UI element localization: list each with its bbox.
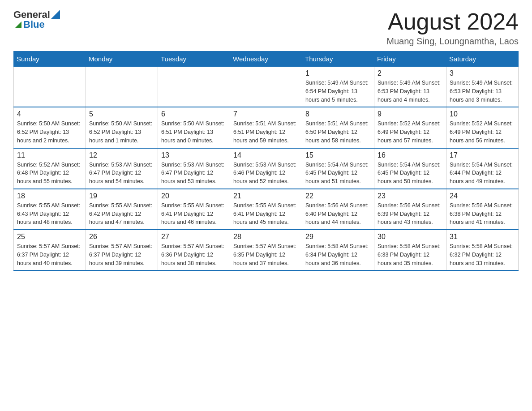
calendar-weekday-sunday: Sunday: [14, 51, 86, 67]
day-info: Sunrise: 5:54 AM Sunset: 6:45 PM Dayligh…: [305, 161, 371, 186]
calendar-week-5: 25Sunrise: 5:57 AM Sunset: 6:37 PM Dayli…: [14, 230, 519, 270]
day-info: Sunrise: 5:58 AM Sunset: 6:34 PM Dayligh…: [305, 242, 371, 267]
day-number: 9: [378, 110, 443, 118]
day-number: 18: [17, 192, 82, 200]
day-number: 20: [161, 192, 227, 200]
calendar-day-cell: 19Sunrise: 5:55 AM Sunset: 6:42 PM Dayli…: [86, 189, 158, 230]
day-number: 7: [233, 110, 299, 118]
day-info: Sunrise: 5:56 AM Sunset: 6:40 PM Dayligh…: [305, 201, 371, 227]
day-info: Sunrise: 5:55 AM Sunset: 6:41 PM Dayligh…: [233, 201, 299, 227]
calendar-day-cell: 29Sunrise: 5:58 AM Sunset: 6:34 PM Dayli…: [302, 230, 374, 270]
day-info: Sunrise: 5:57 AM Sunset: 6:37 PM Dayligh…: [17, 242, 82, 267]
calendar-day-cell: 27Sunrise: 5:57 AM Sunset: 6:36 PM Dayli…: [158, 230, 230, 270]
logo-green-arrow-icon: [15, 21, 21, 28]
calendar-day-cell: 12Sunrise: 5:53 AM Sunset: 6:47 PM Dayli…: [86, 148, 158, 189]
day-number: 21: [233, 192, 299, 200]
calendar-day-cell: [158, 67, 230, 107]
day-info: Sunrise: 5:53 AM Sunset: 6:47 PM Dayligh…: [89, 161, 154, 186]
day-info: Sunrise: 5:54 AM Sunset: 6:45 PM Dayligh…: [378, 161, 443, 186]
day-info: Sunrise: 5:56 AM Sunset: 6:39 PM Dayligh…: [378, 201, 443, 227]
calendar-weekday-saturday: Saturday: [446, 51, 519, 67]
day-info: Sunrise: 5:52 AM Sunset: 6:49 PM Dayligh…: [450, 120, 515, 145]
day-info: Sunrise: 5:57 AM Sunset: 6:36 PM Dayligh…: [161, 242, 227, 267]
calendar-weekday-friday: Friday: [374, 51, 446, 67]
calendar-week-3: 11Sunrise: 5:52 AM Sunset: 6:48 PM Dayli…: [14, 148, 519, 189]
day-info: Sunrise: 5:52 AM Sunset: 6:48 PM Dayligh…: [17, 161, 82, 186]
day-info: Sunrise: 5:50 AM Sunset: 6:51 PM Dayligh…: [161, 120, 227, 145]
calendar-table: SundayMondayTuesdayWednesdayThursdayFrid…: [13, 51, 519, 271]
day-number: 11: [17, 151, 82, 159]
day-number: 5: [89, 110, 154, 118]
day-number: 12: [89, 151, 154, 159]
calendar-week-1: 1Sunrise: 5:49 AM Sunset: 6:54 PM Daylig…: [14, 67, 519, 107]
calendar-weekday-wednesday: Wednesday: [230, 51, 302, 67]
day-number: 1: [305, 69, 371, 77]
day-info: Sunrise: 5:53 AM Sunset: 6:46 PM Dayligh…: [233, 161, 299, 186]
calendar-day-cell: 10Sunrise: 5:52 AM Sunset: 6:49 PM Dayli…: [446, 107, 519, 148]
day-number: 15: [305, 151, 371, 159]
calendar-day-cell: 8Sunrise: 5:51 AM Sunset: 6:50 PM Daylig…: [302, 107, 374, 148]
calendar-day-cell: 6Sunrise: 5:50 AM Sunset: 6:51 PM Daylig…: [158, 107, 230, 148]
page-subtitle: Muang Sing, Loungnamtha, Laos: [386, 36, 519, 47]
day-info: Sunrise: 5:51 AM Sunset: 6:51 PM Dayligh…: [233, 120, 299, 145]
calendar-day-cell: 23Sunrise: 5:56 AM Sunset: 6:39 PM Dayli…: [374, 189, 446, 230]
day-number: 6: [161, 110, 227, 118]
page-title: August 2024: [386, 9, 519, 34]
calendar-day-cell: 24Sunrise: 5:56 AM Sunset: 6:38 PM Dayli…: [446, 189, 519, 230]
calendar-day-cell: 3Sunrise: 5:49 AM Sunset: 6:53 PM Daylig…: [446, 67, 519, 107]
calendar-day-cell: 13Sunrise: 5:53 AM Sunset: 6:47 PM Dayli…: [158, 148, 230, 189]
page-header: General Blue August 2024 Muang Sing, Lou…: [13, 9, 519, 47]
calendar-day-cell: 9Sunrise: 5:52 AM Sunset: 6:49 PM Daylig…: [374, 107, 446, 148]
calendar-day-cell: 25Sunrise: 5:57 AM Sunset: 6:37 PM Dayli…: [14, 230, 86, 270]
day-number: 16: [378, 151, 443, 159]
day-info: Sunrise: 5:58 AM Sunset: 6:33 PM Dayligh…: [378, 242, 443, 267]
day-info: Sunrise: 5:54 AM Sunset: 6:44 PM Dayligh…: [450, 161, 515, 186]
calendar-day-cell: [230, 67, 302, 107]
day-number: 28: [233, 233, 299, 241]
calendar-week-2: 4Sunrise: 5:50 AM Sunset: 6:52 PM Daylig…: [14, 107, 519, 148]
calendar-weekday-tuesday: Tuesday: [158, 51, 230, 67]
day-info: Sunrise: 5:51 AM Sunset: 6:50 PM Dayligh…: [305, 120, 371, 145]
day-number: 31: [450, 233, 515, 241]
day-info: Sunrise: 5:50 AM Sunset: 6:52 PM Dayligh…: [89, 120, 154, 145]
day-number: 3: [450, 69, 515, 77]
day-number: 24: [450, 192, 515, 200]
day-number: 23: [378, 192, 443, 200]
day-info: Sunrise: 5:55 AM Sunset: 6:42 PM Dayligh…: [89, 201, 154, 227]
svg-marker-0: [51, 10, 60, 19]
calendar-day-cell: [14, 67, 86, 107]
day-info: Sunrise: 5:55 AM Sunset: 6:41 PM Dayligh…: [161, 201, 227, 227]
title-block: August 2024 Muang Sing, Loungnamtha, Lao…: [386, 9, 519, 47]
day-info: Sunrise: 5:49 AM Sunset: 6:53 PM Dayligh…: [450, 79, 515, 104]
logo-triangle-icon: [51, 10, 60, 19]
calendar-day-cell: 11Sunrise: 5:52 AM Sunset: 6:48 PM Dayli…: [14, 148, 86, 189]
calendar-header-row: SundayMondayTuesdayWednesdayThursdayFrid…: [14, 51, 519, 67]
day-number: 22: [305, 192, 371, 200]
day-info: Sunrise: 5:57 AM Sunset: 6:37 PM Dayligh…: [89, 242, 154, 267]
calendar-day-cell: 21Sunrise: 5:55 AM Sunset: 6:41 PM Dayli…: [230, 189, 302, 230]
calendar-week-4: 18Sunrise: 5:55 AM Sunset: 6:43 PM Dayli…: [14, 189, 519, 230]
day-number: 30: [378, 233, 443, 241]
day-info: Sunrise: 5:50 AM Sunset: 6:52 PM Dayligh…: [17, 120, 82, 145]
calendar-day-cell: 1Sunrise: 5:49 AM Sunset: 6:54 PM Daylig…: [302, 67, 374, 107]
day-number: 14: [233, 151, 299, 159]
calendar-day-cell: 20Sunrise: 5:55 AM Sunset: 6:41 PM Dayli…: [158, 189, 230, 230]
day-info: Sunrise: 5:53 AM Sunset: 6:47 PM Dayligh…: [161, 161, 227, 186]
day-number: 29: [305, 233, 371, 241]
day-number: 10: [450, 110, 515, 118]
day-info: Sunrise: 5:57 AM Sunset: 6:35 PM Dayligh…: [233, 242, 299, 267]
logo: General Blue: [13, 9, 60, 30]
calendar-day-cell: 22Sunrise: 5:56 AM Sunset: 6:40 PM Dayli…: [302, 189, 374, 230]
day-number: 26: [89, 233, 154, 241]
calendar-day-cell: 7Sunrise: 5:51 AM Sunset: 6:51 PM Daylig…: [230, 107, 302, 148]
calendar-day-cell: 4Sunrise: 5:50 AM Sunset: 6:52 PM Daylig…: [14, 107, 86, 148]
day-number: 17: [450, 151, 515, 159]
svg-marker-1: [15, 21, 21, 28]
day-number: 8: [305, 110, 371, 118]
day-info: Sunrise: 5:49 AM Sunset: 6:54 PM Dayligh…: [305, 79, 371, 104]
calendar-day-cell: 5Sunrise: 5:50 AM Sunset: 6:52 PM Daylig…: [86, 107, 158, 148]
calendar-weekday-thursday: Thursday: [302, 51, 374, 67]
calendar-day-cell: 28Sunrise: 5:57 AM Sunset: 6:35 PM Dayli…: [230, 230, 302, 270]
day-number: 4: [17, 110, 82, 118]
day-number: 19: [89, 192, 154, 200]
